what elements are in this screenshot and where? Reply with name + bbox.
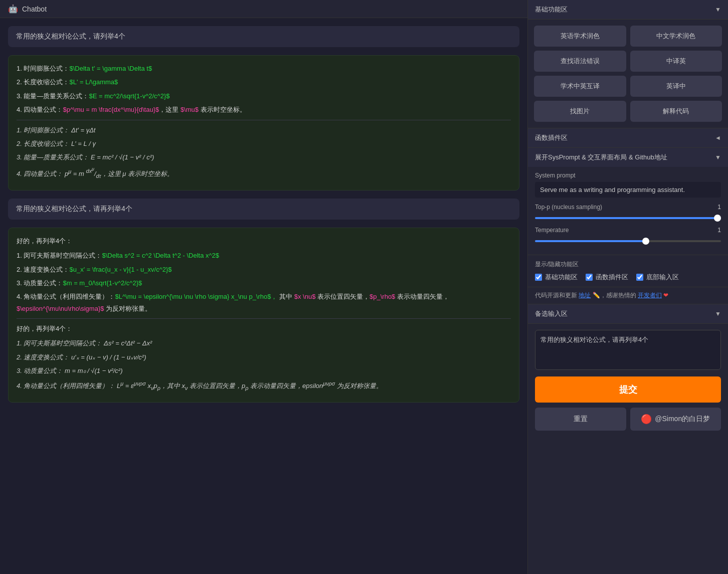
rendered-line: 4. 四动量公式： pμ = m dxμ/dτ，这里 μ 表示时空坐标。 — [17, 165, 511, 181]
func-btn-find-image[interactable]: 找图片 — [534, 101, 626, 122]
func-btn-explain-code[interactable]: 解释代码 — [630, 101, 722, 122]
plugin-title: 函数插件区 — [535, 133, 568, 142]
checkbox-basic-input[interactable] — [535, 274, 542, 281]
temperature-label: Temperature — [535, 227, 569, 234]
temperature-slider[interactable] — [535, 240, 721, 242]
ai-list-item: 4. 四动量公式：$p^\mu = m \frac{dx^\mu}{d\tau}… — [17, 104, 511, 115]
sys-prompt-header[interactable]: 展开SysPrompt & 交互界面布局 & Github地址 ▼ — [528, 148, 728, 167]
func-btn-en-academic[interactable]: 英语学术润色 — [534, 26, 626, 47]
backup-title: 备选输入区 — [535, 309, 568, 318]
temperature-container: Temperature 1 — [535, 227, 721, 244]
func-btn-academic-translate[interactable]: 学术中英互译 — [534, 76, 626, 97]
plugin-arrow: ◄ — [715, 134, 721, 141]
submit-button[interactable]: 提交 — [535, 376, 721, 403]
left-panel: 🤖 Chatbot 常用的狭义相对论公式，请列举4个 1. 时间膨胀公式：$\D… — [0, 0, 527, 574]
rendered-line: 2. 速度变换公式： u′ₓ = (uₓ − v) / (1 − uₓv/c²) — [17, 351, 511, 363]
backup-header[interactable]: 备选输入区 ▼ — [528, 304, 728, 324]
weibo-button[interactable]: 🔴 @Simon的白日梦 — [630, 408, 721, 431]
backup-arrow: ▼ — [715, 310, 721, 317]
reset-button[interactable]: 重置 — [535, 408, 626, 431]
rendered-line: 2. 长度收缩公式： L′ = L / γ — [17, 138, 511, 149]
basic-functions-arrow: ▼ — [715, 6, 721, 13]
visibility-section: 显示/隐藏功能区 基础功能区 函数插件区 底部输入区 — [528, 255, 728, 287]
chat-area[interactable]: 常用的狭义相对论公式，请列举4个 1. 时间膨胀公式：$\Delta t' = … — [0, 18, 527, 574]
ai-list-item: 2. 长度收缩公式：$L' = L/\gamma$ — [17, 76, 511, 88]
rendered-line: 3. 动质量公式： m = m₀ / √(1 − v²/c²) — [17, 365, 511, 376]
backup-body: 常用的狭义相对论公式，请再列举4个 提交 重置 🔴 @Simon的白日梦 — [528, 324, 728, 437]
ai-list-item: 1. 时间膨胀公式：$\Delta t' = \gamma \Delta t$ — [17, 63, 511, 74]
credits-link[interactable]: 地址 — [579, 292, 591, 299]
user-message-2: 常用的狭义相对论公式，请再列举4个 — [8, 199, 519, 220]
bottom-buttons: 重置 🔴 @Simon的白日梦 — [535, 408, 721, 431]
top-p-label: Top-p (nucleus sampling) — [535, 204, 602, 211]
sys-prompt-title: 展开SysPrompt & 交互界面布局 & Github地址 — [535, 153, 667, 162]
ai-list-item: 3. 动质量公式：$m = m_0/\sqrt{1-v^2/c^2}$ — [17, 277, 511, 289]
temperature-value: 1 — [717, 227, 721, 234]
func-btn-zh-academic[interactable]: 中文学术润色 — [630, 26, 722, 47]
ai-response-2: 好的，再列举4个： 1. 闵可夫斯基时空间隔公式：$\Delta s^2 = c… — [8, 228, 519, 403]
rendered-line: 3. 能量—质量关系公式： E = mc² / √(1 − v² / c²) — [17, 151, 511, 163]
app-title: Chatbot — [22, 5, 47, 13]
ai-list-item: 4. 角动量公式（利用四维矢量）：$L^\mu = \epsilon^{\mu … — [17, 291, 511, 314]
weibo-text: @Simon的白日梦 — [655, 415, 710, 424]
temperature-label-row: Temperature 1 — [535, 227, 721, 234]
checkbox-bottom-input[interactable] — [636, 274, 643, 281]
heart-icon: ❤ — [663, 292, 668, 299]
function-grid: 英语学术润色 中文学术润色 查找语法错误 中译英 学术中英互译 英译中 找图片 … — [528, 20, 728, 128]
sys-prompt-value: Serve me as a writing and programming as… — [535, 182, 721, 198]
top-p-slider[interactable] — [535, 217, 721, 219]
rendered-line: 1. 闵可夫斯基时空间隔公式： Δs² = c²Δt² − Δx² — [17, 337, 511, 349]
sys-prompt-section: 展开SysPrompt & 交互界面布局 & Github地址 ▼ System… — [528, 148, 728, 255]
title-bar: 🤖 Chatbot — [0, 0, 527, 18]
credits-link2[interactable]: 开发者们 — [638, 292, 662, 299]
func-btn-en-to-zh[interactable]: 英译中 — [630, 76, 722, 97]
ai-list-item: 2. 速度变换公式：$u_x' = \frac{u_x - v}{1 - u_x… — [17, 264, 511, 275]
basic-functions-title: 基础功能区 — [535, 5, 568, 14]
basic-functions-header[interactable]: 基础功能区 ▼ — [528, 0, 728, 20]
func-btn-zh-to-en[interactable]: 中译英 — [630, 51, 722, 72]
ai-response-1: 1. 时间膨胀公式：$\Delta t' = \gamma \Delta t$ … — [8, 55, 519, 190]
top-p-label-row: Top-p (nucleus sampling) 1 — [535, 204, 721, 211]
ai-list-item: 1. 闵可夫斯基时空间隔公式：$\Delta s^2 = c^2 \Delta … — [17, 250, 511, 261]
top-p-container: Top-p (nucleus sampling) 1 — [535, 204, 721, 221]
sys-prompt-arrow: ▼ — [715, 154, 721, 161]
plugin-section-header[interactable]: 函数插件区 ◄ — [528, 128, 728, 148]
weibo-icon: 🔴 — [641, 414, 652, 425]
rendered-line: 1. 时间膨胀公式： Δt′ = γΔt — [17, 124, 511, 136]
checkbox-bottom[interactable]: 底部输入区 — [636, 273, 679, 282]
rendered-line: 4. 角动量公式（利用四维矢量）： Lμ = εμνρσ xνpρ，其中 xν … — [17, 379, 511, 393]
right-panel: 基础功能区 ▼ 英语学术润色 中文学术润色 查找语法错误 中译英 学术中英互译 … — [527, 0, 728, 574]
user-message-1: 常用的狭义相对论公式，请列举4个 — [8, 26, 519, 47]
backup-input-field[interactable]: 常用的狭义相对论公式，请再列举4个 — [535, 330, 721, 370]
checkbox-plugin-input[interactable] — [586, 274, 593, 281]
credits-section: 代码开源和更新 地址 ✏️，感谢热情的 开发者们 ❤ — [528, 287, 728, 304]
sys-prompt-label: System prompt — [535, 172, 721, 179]
chatbot-icon: 🤖 — [8, 4, 18, 14]
ai-list-item: 3. 能量—质量关系公式：$E = mc^2/\sqrt{1-v^2/c^2}$ — [17, 90, 511, 102]
func-btn-grammar[interactable]: 查找语法错误 — [534, 51, 626, 72]
top-p-value: 1 — [717, 204, 721, 211]
visibility-label: 显示/隐藏功能区 — [535, 260, 721, 269]
checkbox-plugin[interactable]: 函数插件区 — [586, 273, 628, 282]
checkbox-row: 基础功能区 函数插件区 底部输入区 — [535, 273, 721, 282]
sys-prompt-body: System prompt Serve me as a writing and … — [528, 167, 728, 255]
backup-section: 备选输入区 ▼ 常用的狭义相对论公式，请再列举4个 提交 重置 🔴 @Simon… — [528, 304, 728, 574]
checkbox-basic[interactable]: 基础功能区 — [535, 273, 578, 282]
